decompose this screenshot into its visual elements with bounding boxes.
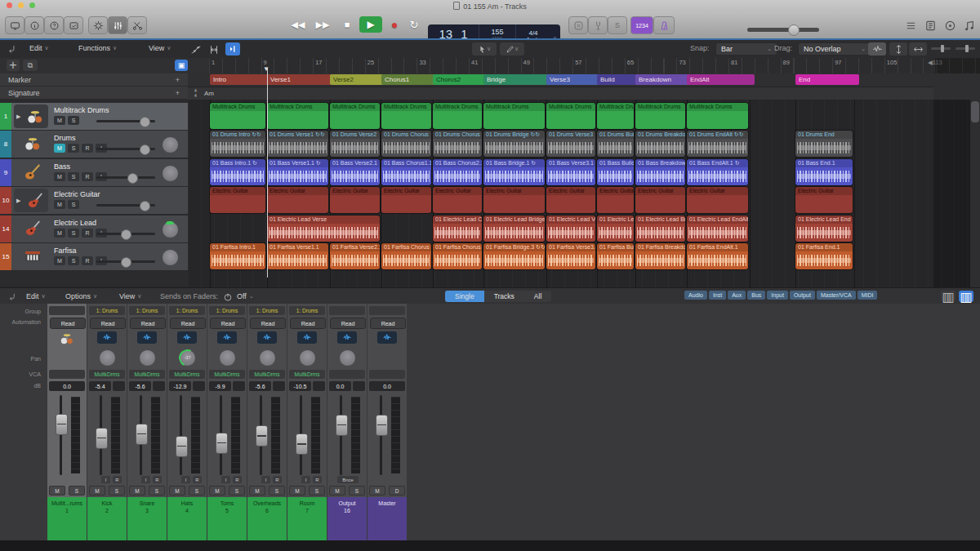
strip-input-monitor-button[interactable]: I [141, 476, 150, 483]
pan-knob[interactable] [219, 349, 236, 367]
automation-mode-button[interactable]: Read [170, 318, 206, 329]
automation-mode-button[interactable]: Read [210, 318, 246, 329]
region-drums[interactable]: 01 Drums Chorus [381, 131, 431, 157]
narrow-strips-button[interactable]: ▥ [941, 291, 956, 302]
fader-cap[interactable] [296, 433, 308, 455]
filter-aux[interactable]: Aux [728, 291, 746, 300]
track-solo-button[interactable]: S [68, 256, 79, 265]
track-solo-button[interactable]: S [68, 172, 79, 181]
track-solo-button[interactable]: S [68, 144, 79, 153]
automation-mode-button[interactable]: Read [370, 318, 406, 329]
input-format-button[interactable] [177, 331, 197, 344]
filter-master-vca[interactable]: Master/VCA [817, 291, 856, 300]
automation-mode-button[interactable]: Read [50, 318, 86, 329]
pan-knob[interactable] [99, 349, 116, 367]
marker-end[interactable]: End [795, 74, 859, 85]
filter-audio[interactable]: Audio [684, 291, 707, 300]
region-farfisa[interactable]: 01 Farfisa Chorus [381, 243, 431, 269]
channel-name-plate[interactable]: Snare3 [127, 497, 167, 540]
rewind-button[interactable]: ◀◀ [287, 16, 309, 33]
track-header-drums[interactable]: 8DrumsMSRI [0, 131, 188, 158]
vertical-auto-zoom-button[interactable] [889, 42, 907, 56]
drag-dropdown[interactable]: No Overlap⌄ [798, 42, 871, 56]
region-farfisa[interactable]: 01 Farfisa Build [597, 243, 634, 269]
volume-slider-thumb[interactable] [140, 201, 150, 211]
region-stack_green[interactable]: Multitrack Drums [267, 103, 328, 129]
input-format-button[interactable] [297, 331, 317, 344]
strip-input-monitor-button[interactable]: I [261, 476, 270, 483]
wide-strips-button[interactable]: ▥ [959, 291, 973, 302]
volume-slider-thumb[interactable] [121, 229, 131, 240]
mixer-button[interactable] [108, 16, 127, 34]
channel-name-plate[interactable]: Overheads6 [247, 497, 287, 540]
vca-slot[interactable]: MultkDrms [89, 370, 125, 379]
channel-strip-toms[interactable]: 1: DrumsReadMultkDrms-9.9IRMSToms5 [207, 304, 247, 540]
master-volume-slider[interactable] [747, 28, 819, 32]
channel-strip-output[interactable]: Read0.0BnceMSOutput16 [327, 304, 368, 540]
input-format-button[interactable] [137, 331, 157, 344]
volume-db-value[interactable]: -5.4 [89, 381, 111, 391]
fader-cap[interactable] [56, 414, 68, 435]
filter-inst[interactable]: Inst [709, 291, 726, 300]
group-slot[interactable]: 1: Drums [209, 306, 245, 315]
group-slot[interactable] [49, 306, 85, 315]
region-drums[interactable]: 01 Drums Bridge ↻↻ [483, 131, 545, 157]
region-stack_green[interactable]: Multitrack Drums [687, 103, 748, 129]
menu-view[interactable]: View∨ [149, 44, 171, 52]
filter-bus[interactable]: Bus [747, 291, 765, 300]
vca-slot[interactable] [49, 370, 85, 379]
track-header-multitrack-drums[interactable]: 1▶Multitrack DrumsMS [0, 103, 188, 131]
strip-record-enable-button[interactable]: R [233, 476, 242, 483]
channel-name-plate[interactable]: Multit...rums1 [47, 497, 87, 540]
group-slot[interactable]: 1: Drums [129, 306, 165, 315]
strip-mute-button[interactable]: M [369, 486, 385, 495]
region-guitar[interactable]: Electric Guitar [635, 187, 685, 213]
signature-lane[interactable]: 44Am [188, 87, 933, 100]
view-tab-all[interactable]: All [524, 291, 551, 302]
no-overlap-badge-button[interactable] [568, 16, 588, 34]
add-track-button[interactable]: + [7, 60, 20, 71]
bounce-button[interactable]: Bnce [337, 476, 359, 483]
vca-slot[interactable]: MultkDrms [129, 370, 165, 379]
track-volume-slider[interactable] [96, 176, 155, 179]
smart-controls-button[interactable] [88, 16, 108, 34]
solo-button[interactable]: S [608, 16, 627, 34]
vca-slot[interactable]: MultkDrms [209, 370, 245, 379]
strip-input-monitor-button[interactable]: I [181, 476, 190, 483]
strip-solo-button[interactable]: S [309, 486, 325, 495]
region-farfisa[interactable]: 01 Farfisa Chorus [433, 243, 482, 269]
strip-record-enable-button[interactable]: R [193, 476, 202, 483]
strip-mute-button[interactable]: M [209, 486, 225, 495]
mixer-menu-options[interactable]: Options∨ [65, 292, 97, 300]
channel-strip-multit-rums[interactable]: Read0.0MSMultit...rums1 [47, 304, 87, 540]
horizontal-auto-zoom-button[interactable] [909, 42, 927, 56]
vertical-zoom-slider[interactable] [931, 47, 951, 50]
quick-help-button[interactable] [44, 16, 64, 34]
region-drums[interactable]: 01 Drums Intro ↻↻ [210, 131, 265, 157]
volume-slider-thumb[interactable] [140, 117, 150, 127]
track-pan-knob[interactable] [162, 221, 179, 238]
tuner-button[interactable] [588, 16, 608, 34]
metronome-button[interactable] [653, 16, 675, 34]
playhead[interactable] [267, 68, 268, 278]
region-guitar[interactable]: Electric Guitar [795, 187, 853, 213]
marker-bridge[interactable]: Bridge [483, 74, 551, 85]
catch-playhead-button[interactable] [225, 42, 240, 56]
input-format-button[interactable] [377, 331, 397, 344]
menu-edit[interactable]: Edit∨ [29, 44, 49, 52]
marker-chorus1[interactable]: Chorus1 [381, 74, 438, 85]
tracks-back-button[interactable] [7, 43, 17, 58]
strip-record-enable-button[interactable]: R [313, 476, 322, 483]
channel-strip-kick[interactable]: 1: DrumsReadMultkDrms-5.4IRMSKick2 [87, 304, 127, 540]
marker-breakdown[interactable]: Breakdown [635, 74, 692, 85]
track-volume-slider[interactable] [96, 120, 155, 122]
fader-cap[interactable] [96, 428, 108, 449]
automation-toggle-button[interactable] [189, 43, 202, 56]
channel-name-plate[interactable]: Room7 [287, 497, 327, 540]
region-bass[interactable]: 01 Bass Chorus1.1 [381, 159, 431, 185]
fader-cap[interactable] [256, 425, 268, 447]
track-solo-button[interactable]: S [68, 116, 79, 125]
region-lead[interactable]: 01 Electric Lead Bridge.1 [483, 216, 545, 242]
volume-db-value[interactable]: -5.6 [249, 381, 271, 391]
add-button[interactable]: + [176, 76, 180, 84]
